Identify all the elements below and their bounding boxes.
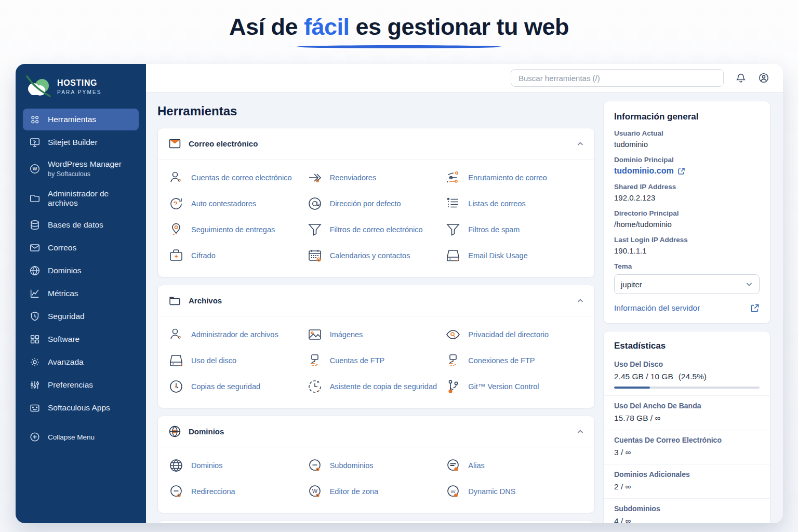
sidebar-item-correos[interactable]: Correos xyxy=(23,237,139,259)
envelope-icon xyxy=(29,242,41,254)
chevron-up-icon[interactable] xyxy=(577,428,584,435)
tool-cifrado[interactable]: Cifrado xyxy=(168,243,307,269)
person-icon xyxy=(168,327,184,342)
funnel-icon xyxy=(445,222,461,237)
title-underline xyxy=(296,45,502,48)
tool-dominios[interactable]: Dominios xyxy=(168,453,307,478)
tool-filtros-de-spam[interactable]: Filtros de spam xyxy=(445,217,584,243)
sidebar-item-bases-de-datos[interactable]: Bases de datos xyxy=(23,214,139,236)
sidebar-item-softaculous-apps[interactable]: Softaculous Apps xyxy=(23,397,139,419)
tool-administrador-de-archivos[interactable]: Administrador de archivos xyxy=(168,322,307,348)
sidebar-item-administrador-de-archivos[interactable]: Administrador de archivos xyxy=(23,184,139,213)
tool-seguimiento-de-entregas[interactable]: Seguimiento de entregas xyxy=(168,217,307,243)
stat-addon-domains: Dominios Adicionales 2 / ∞ xyxy=(604,464,770,498)
sidebar-item-dominios[interactable]: Dominios xyxy=(23,260,139,282)
tool-enrutamiento-de-correo[interactable]: Enrutamiento de correo xyxy=(445,165,584,191)
sidebar-item-herramientas[interactable]: Herramientas xyxy=(23,109,139,130)
ftp-nodes-icon xyxy=(307,353,323,368)
search-input[interactable] xyxy=(511,69,724,87)
brand-name: HOSTING xyxy=(57,78,102,88)
sidebar-item-avanzada[interactable]: Avanzada xyxy=(23,351,139,373)
route-sliders-icon xyxy=(445,170,461,185)
theme-select[interactable]: jupiter xyxy=(614,274,760,294)
field-label: Usuario Actual xyxy=(614,129,760,137)
disk-icon xyxy=(445,248,461,263)
tools-grid-icon xyxy=(29,114,41,125)
tool-privacidad-del-directorio[interactable]: Privacidad del directorio xyxy=(445,322,584,348)
topbar xyxy=(146,64,783,92)
circle-w-icon: W xyxy=(307,484,323,499)
hero-header: Así de fácil es gestionar tu web xyxy=(0,0,798,48)
sidebar-item-preferencias[interactable]: Preferencias xyxy=(23,374,139,396)
wordpress-icon: W xyxy=(29,163,41,175)
bell-icon[interactable] xyxy=(735,72,747,84)
tool-uso-del-disco[interactable]: Uso del disco xyxy=(168,348,307,374)
circle-alias-icon xyxy=(445,458,461,473)
field-label: Last Login IP Address xyxy=(614,236,760,244)
hosting-panel-window: HOSTING PARA PYMES Herramientas Sitejet … xyxy=(16,64,783,523)
page-title: Así de fácil es gestionar tu web xyxy=(0,14,798,41)
folder-section-icon xyxy=(168,294,181,307)
tool-redirecciona[interactable]: Redirecciona xyxy=(168,478,307,504)
clock-arrow-icon xyxy=(307,379,323,394)
tool-reenviadores[interactable]: Reenviadores xyxy=(307,165,446,191)
svg-text:W: W xyxy=(312,488,317,494)
list-icon xyxy=(445,196,461,211)
tool-conexiones-de-ftp[interactable]: Conexiones de FTP xyxy=(445,348,584,374)
tool-filtros-de-correo[interactable]: Filtros de correo electrónico xyxy=(307,217,446,243)
primary-domain-link[interactable]: tudominio.com xyxy=(614,166,760,176)
tool-direccion-por-defecto[interactable]: Dirección por defecto xyxy=(307,191,446,217)
sidebar-item-metricas[interactable]: Métricas xyxy=(23,283,139,304)
external-link-icon xyxy=(750,303,760,313)
section-header-dominios[interactable]: Dominios xyxy=(158,416,594,447)
user-icon[interactable] xyxy=(758,72,769,84)
forward-arrows-icon xyxy=(307,170,323,185)
tool-listas-de-correos[interactable]: Listas de correos xyxy=(445,191,584,217)
section-correo-electronico: Correo electrónico Cuentas de correo ele… xyxy=(157,128,595,277)
stat-disk-usage: Uso Del Disco 2.45 GB / 10 GB(24.5%) xyxy=(604,354,770,395)
tool-email-disk-usage[interactable]: Email Disk Usage xyxy=(445,243,584,269)
sidebar-item-sitejet-builder[interactable]: Sitejet Builder xyxy=(23,131,139,153)
tool-alias[interactable]: Alias xyxy=(445,453,584,478)
tool-cuentas-de-correo[interactable]: Cuentas de correo electrónico xyxy=(168,165,307,191)
collapse-menu-button[interactable]: Collapse Menu xyxy=(23,426,139,448)
svg-text:W: W xyxy=(33,166,37,171)
tool-auto-contestadores[interactable]: Auto contestadores xyxy=(168,191,307,217)
funnel-icon xyxy=(307,222,323,237)
section-header-archivos[interactable]: Archivos xyxy=(158,285,594,316)
main-heading: Herramientas xyxy=(157,104,595,118)
chart-icon xyxy=(29,288,41,299)
sidebar-item-wordpress-manager[interactable]: W WordPress Manager by Softaculous xyxy=(23,154,139,183)
sidebar-item-software[interactable]: Software xyxy=(23,328,139,350)
chevron-up-icon[interactable] xyxy=(577,297,584,304)
tool-subdominios[interactable]: Subdominios xyxy=(307,453,446,478)
chevron-up-icon[interactable] xyxy=(577,140,584,148)
server-info-link[interactable]: Información del servidor xyxy=(614,303,760,313)
field-label: Dominio Principal xyxy=(614,156,760,164)
general-info-title: Información general xyxy=(614,112,760,122)
tool-editor-de-zona[interactable]: W Editor de zona xyxy=(307,478,446,504)
section-header-correo[interactable]: Correo electrónico xyxy=(158,128,594,159)
theme-label: Tema xyxy=(614,262,760,270)
tool-calendarios-y-contactos[interactable]: Calendarios y contactos xyxy=(307,243,446,269)
clock-icon xyxy=(168,379,184,394)
tool-imagenes[interactable]: Imágenes xyxy=(307,322,446,348)
tool-copias-de-seguridad[interactable]: Copias de seguridad xyxy=(168,374,307,400)
squares-icon xyxy=(29,334,41,345)
ftp-nodes-icon xyxy=(445,353,461,368)
brand-tagline: PARA PYMES xyxy=(57,89,102,95)
stat-subdomains: Subdominios 4 / ∞ xyxy=(604,498,770,523)
at-sign-icon xyxy=(307,196,323,211)
apps-icon xyxy=(29,402,41,414)
gear-icon xyxy=(29,356,41,368)
tool-git-version-control[interactable]: Git™ Version Control xyxy=(445,374,584,400)
tool-dynamic-dns[interactable]: vv Dynamic DNS xyxy=(445,478,584,504)
section-header-bases-de-datos[interactable]: Bases de datos xyxy=(158,521,594,523)
disk-usage-progressbar xyxy=(614,387,760,389)
sidebar-item-seguridad[interactable]: Seguridad xyxy=(23,305,139,327)
tool-cuentas-de-ftp[interactable]: Cuentas de FTP xyxy=(307,348,446,374)
encryption-case-icon xyxy=(168,248,184,263)
field-label: Shared IP Address xyxy=(614,183,760,191)
tool-asistente-de-copia[interactable]: Asistente de copia de seguridad xyxy=(307,374,446,400)
statistics-title: Estadísticas xyxy=(604,331,770,354)
